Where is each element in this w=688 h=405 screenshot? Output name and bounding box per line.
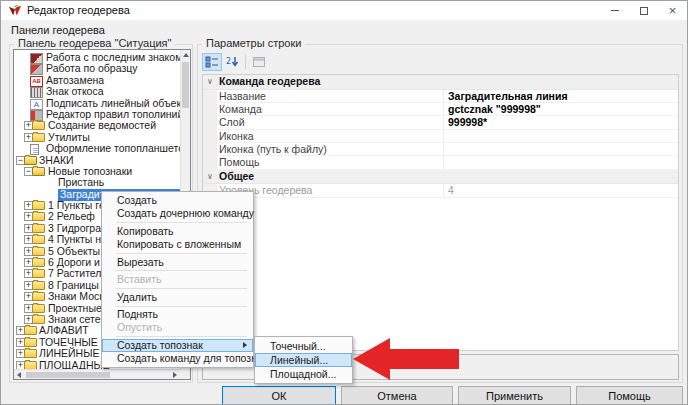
maximize-button[interactable] [629,1,658,20]
submenu-item[interactable]: Точечный... [255,339,352,353]
folder-icon [32,304,45,313]
property-category-row[interactable]: ∨Команда геодерева [203,75,678,90]
folder-icon [32,235,45,244]
property-category-row[interactable]: ∨Общее [203,170,678,185]
tree-item[interactable]: +Создание ведомостей [15,120,180,131]
tree-item-label: Пристань [58,177,104,188]
cancel-button[interactable]: Отмена [341,386,453,405]
property-row[interactable]: Помощь [203,156,678,169]
category-gutter [203,130,217,142]
column-divider[interactable] [443,116,444,128]
property-value[interactable]: gctcznak "999998" [448,103,541,115]
context-menu-item[interactable]: Вырезать [102,256,253,269]
category-gutter [203,103,217,115]
column-divider[interactable] [443,143,444,155]
tree-horizontal-scrollbar [14,369,180,379]
geotree-editor-window: Редактор геодерева × Панели геодерева Па… [0,0,688,405]
property-row[interactable]: НазваниеЗаградительная линия [203,90,678,103]
category-gutter [203,116,217,128]
folder-open-icon [24,156,37,165]
folder-icon [32,201,45,210]
context-menu-item[interactable]: Создать дочернюю команду [102,207,253,220]
menu-separator [116,253,247,254]
tree-item-label: Оформление топопланшетов [46,143,180,154]
menu-panels-geotree[interactable]: Панели геодерева [1,22,112,36]
alphabetical-sort-icon[interactable]: 2 [222,53,242,71]
vertical-scroll-thumb[interactable] [182,62,189,108]
tree-item-label: ЗНАКИ [39,155,74,166]
context-menu-item[interactable]: Создать [102,194,253,207]
collapse-chevron-icon[interactable]: ∨ [207,170,213,184]
property-name: Слой [219,116,245,128]
menu-separator [116,222,247,223]
apply-button[interactable]: Применить [458,386,571,405]
scroll-up-icon[interactable] [183,53,189,57]
property-row[interactable]: Иконка (путь к файлу) [203,143,678,156]
submenu-item[interactable]: Линейный... [255,353,352,367]
context-menu-item[interactable]: Удалить [102,291,253,304]
column-divider[interactable] [443,184,444,196]
app-logo-icon [8,4,22,18]
tree-item-label: Утилиты [48,132,90,143]
property-row[interactable]: Уровень геодерева4 [203,184,678,197]
property-name: Помощь [219,156,260,168]
tree-item[interactable]: Знак откоса [15,86,180,97]
create-toposign-submenu: Точечный...Линейный...Площадной... [254,336,353,384]
context-menu-item[interactable]: Копировать с вложенным [102,238,253,251]
context-menu-item: Вставить [102,273,253,286]
property-row[interactable]: Иконка [203,130,678,143]
folder-icon [32,258,45,267]
titlebar: Редактор геодерева × [1,1,687,20]
column-divider[interactable] [443,130,444,142]
property-grid-toolbar: 2 [202,52,269,72]
context-menu-item[interactable]: Поднять [102,308,253,321]
property-name: Иконка [219,130,254,142]
context-menu-item[interactable]: Копировать [102,225,253,238]
property-value[interactable]: 999998* [448,116,487,128]
tree-item[interactable]: Оформление топопланшетов [15,143,180,154]
property-row[interactable]: Командаgctcznak "999998" [203,103,678,116]
minimize-button[interactable] [600,1,629,20]
category-gutter [203,90,217,102]
menubar: Панели геодерева [1,20,687,37]
tree-item[interactable]: Пристань [15,177,180,188]
folder-icon [24,338,37,347]
context-menu-item[interactable]: Создать команду для топознака... [102,352,253,365]
ok-button[interactable]: ОК [222,386,336,405]
menu-separator [116,288,247,289]
submenu-item[interactable]: Площадной... [255,367,352,381]
tree-item-label: АЛФАВИТ [39,325,89,336]
menu-separator [116,306,247,307]
folder-icon [32,133,45,142]
context-menu-item: Опустить [102,321,253,334]
context-menu-item[interactable]: Создать топознак [102,339,253,352]
column-divider[interactable] [443,90,444,102]
close-button[interactable]: × [658,1,687,20]
categorized-view-icon[interactable] [202,53,222,71]
tree-item-label: Знаки сетей [48,314,107,325]
folder-icon [24,326,37,335]
tool-autoreplace-icon: АВ [30,76,43,87]
folder-icon [32,269,45,278]
geotree-panel-title: Панель геодерева "Ситуация" [14,37,175,49]
property-value[interactable]: Заградительная линия [448,90,568,102]
maximize-icon [640,7,648,15]
tool-rules-icon [30,110,43,121]
tree-item-label: Работа по образцу [46,63,138,74]
property-name: Команда [219,103,262,115]
horizontal-scroll-thumb[interactable] [26,372,110,378]
scroll-left-icon[interactable] [17,372,21,378]
property-value[interactable]: 4 [448,184,454,196]
folder-icon [32,212,45,221]
minimize-icon [611,10,619,11]
collapse-chevron-icon[interactable]: ∨ [207,75,213,89]
column-divider[interactable] [443,103,444,115]
folder-icon [32,315,45,324]
property-row[interactable]: Слой999998* [203,116,678,129]
help-button[interactable]: Помощь [576,386,683,405]
tree-item-label: 2 Рельеф [48,211,95,222]
folder-icon [24,349,37,358]
scroll-right-icon[interactable] [173,372,177,378]
column-divider[interactable] [443,156,444,168]
category-gutter [203,156,217,168]
